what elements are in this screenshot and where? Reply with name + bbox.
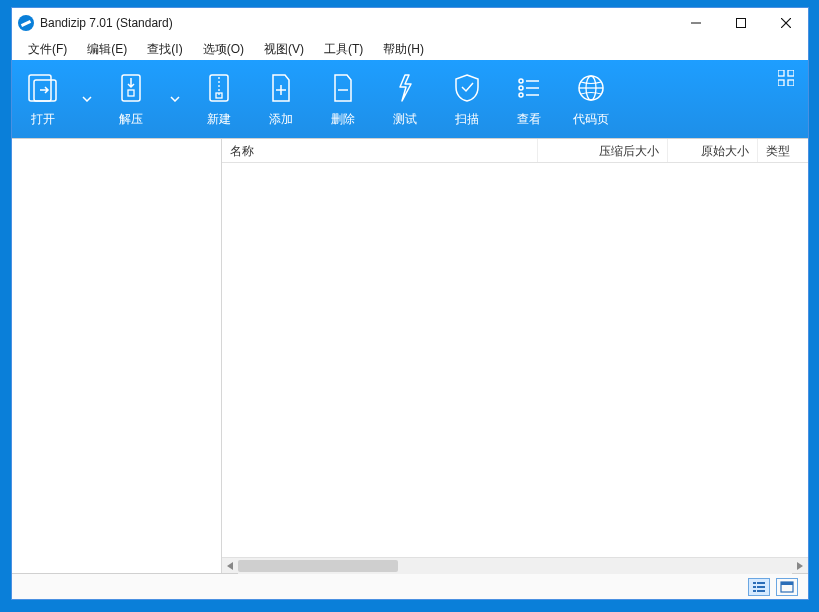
view-label: 查看	[517, 111, 541, 128]
svg-rect-7	[128, 90, 134, 96]
chevron-down-icon	[82, 96, 92, 102]
close-button[interactable]	[763, 8, 808, 38]
extract-label: 解压	[119, 111, 143, 128]
window-title: Bandizip 7.01 (Standard)	[40, 16, 673, 30]
svg-rect-24	[788, 70, 794, 76]
list-view-icon	[752, 581, 766, 593]
column-compressed[interactable]: 压缩后大小	[538, 139, 668, 162]
icon-view-icon	[780, 581, 794, 593]
chevron-down-icon	[170, 96, 180, 102]
maximize-button[interactable]	[718, 8, 763, 38]
horizontal-scrollbar[interactable]	[222, 557, 808, 573]
titlebar: Bandizip 7.01 (Standard)	[12, 8, 808, 38]
svg-rect-30	[757, 586, 765, 588]
scan-icon	[453, 71, 481, 105]
view-details-button[interactable]	[748, 578, 770, 596]
qr-icon	[778, 70, 794, 86]
new-label: 新建	[207, 111, 231, 128]
view-button[interactable]: 查看	[498, 60, 560, 138]
scroll-left-arrow[interactable]	[222, 558, 238, 574]
menu-help[interactable]: 帮助(H)	[375, 39, 432, 60]
svg-rect-4	[29, 75, 51, 101]
scroll-track[interactable]	[238, 558, 792, 574]
app-icon	[18, 15, 34, 31]
menu-options[interactable]: 选项(O)	[195, 39, 252, 60]
triangle-left-icon	[227, 562, 233, 570]
svg-point-18	[519, 93, 523, 97]
view-icon	[515, 71, 543, 105]
open-button[interactable]: 打开	[12, 60, 74, 138]
svg-rect-26	[788, 80, 794, 86]
svg-rect-29	[753, 586, 756, 588]
menu-view[interactable]: 视图(V)	[256, 39, 312, 60]
column-type[interactable]: 类型	[758, 139, 808, 162]
content-area: 名称 压缩后大小 原始大小 类型	[12, 138, 808, 573]
extract-icon	[117, 71, 145, 105]
qr-button[interactable]	[778, 70, 794, 90]
open-group: 打开	[12, 60, 100, 138]
column-original[interactable]: 原始大小	[668, 139, 758, 162]
minimize-button[interactable]	[673, 8, 718, 38]
list-pane: 名称 压缩后大小 原始大小 类型	[222, 139, 808, 573]
column-name[interactable]: 名称	[222, 139, 538, 162]
menu-file[interactable]: 文件(F)	[20, 39, 75, 60]
extract-group: 解压	[100, 60, 188, 138]
maximize-icon	[736, 18, 746, 28]
delete-label: 删除	[331, 111, 355, 128]
codepage-button[interactable]: 代码页	[560, 60, 622, 138]
view-icons-button[interactable]	[776, 578, 798, 596]
window-controls	[673, 8, 808, 38]
triangle-right-icon	[797, 562, 803, 570]
list-body[interactable]	[222, 163, 808, 557]
svg-rect-1	[736, 19, 745, 28]
svg-rect-34	[781, 582, 793, 585]
scan-button[interactable]: 扫描	[436, 60, 498, 138]
codepage-icon	[577, 71, 605, 105]
scan-label: 扫描	[455, 111, 479, 128]
menu-edit[interactable]: 编辑(E)	[79, 39, 135, 60]
svg-rect-23	[778, 70, 784, 76]
add-label: 添加	[269, 111, 293, 128]
open-dropdown[interactable]	[74, 60, 100, 138]
list-header: 名称 压缩后大小 原始大小 类型	[222, 139, 808, 163]
scroll-thumb[interactable]	[238, 560, 398, 572]
svg-point-14	[519, 79, 523, 83]
app-window: Bandizip 7.01 (Standard) 文件(F) 编辑(E) 查找(…	[11, 7, 809, 600]
extract-button[interactable]: 解压	[100, 60, 162, 138]
test-label: 测试	[393, 111, 417, 128]
extract-dropdown[interactable]	[162, 60, 188, 138]
add-icon	[269, 71, 293, 105]
new-icon	[206, 71, 232, 105]
codepage-label: 代码页	[573, 111, 609, 128]
test-icon	[394, 71, 416, 105]
svg-line-3	[781, 18, 791, 28]
test-button[interactable]: 测试	[374, 60, 436, 138]
add-button[interactable]: 添加	[250, 60, 312, 138]
svg-rect-25	[778, 80, 784, 86]
svg-rect-32	[757, 590, 765, 592]
new-button[interactable]: 新建	[188, 60, 250, 138]
open-label: 打开	[31, 111, 55, 128]
menubar: 文件(F) 编辑(E) 查找(I) 选项(O) 视图(V) 工具(T) 帮助(H…	[12, 38, 808, 60]
scroll-right-arrow[interactable]	[792, 558, 808, 574]
open-icon	[26, 71, 60, 105]
close-icon	[781, 18, 791, 28]
minimize-icon	[691, 18, 701, 28]
svg-rect-27	[753, 582, 756, 584]
svg-point-16	[519, 86, 523, 90]
svg-line-2	[781, 18, 791, 28]
tree-pane[interactable]	[12, 139, 222, 573]
menu-find[interactable]: 查找(I)	[139, 39, 190, 60]
delete-icon	[331, 71, 355, 105]
svg-rect-28	[757, 582, 765, 584]
menu-tools[interactable]: 工具(T)	[316, 39, 371, 60]
delete-button[interactable]: 删除	[312, 60, 374, 138]
svg-rect-31	[753, 590, 756, 592]
statusbar	[12, 573, 808, 599]
toolbar: 打开 解压 新建	[12, 60, 808, 138]
